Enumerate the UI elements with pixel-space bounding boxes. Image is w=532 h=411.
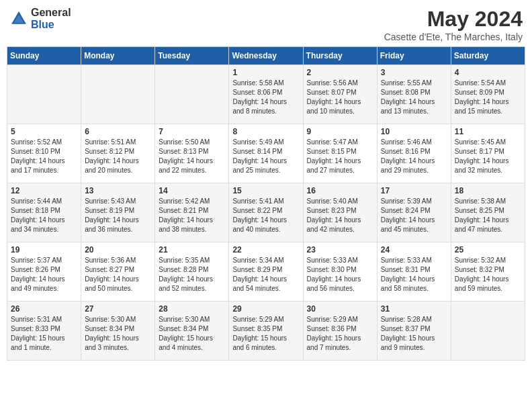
calendar-cell (155, 65, 229, 124)
weekday-header-row: SundayMondayTuesdayWednesdayThursdayFrid… (7, 47, 525, 65)
day-number: 6 (85, 127, 151, 136)
calendar-cell: 31Sunrise: 5:28 AM Sunset: 8:37 PM Dayli… (377, 302, 451, 361)
weekday-header-monday: Monday (81, 47, 155, 65)
logo-blue-text: Blue (31, 19, 71, 31)
day-number: 11 (455, 127, 521, 136)
day-info: Sunrise: 5:30 AM Sunset: 8:34 PM Dayligh… (85, 315, 151, 353)
calendar-cell: 10Sunrise: 5:46 AM Sunset: 8:16 PM Dayli… (377, 124, 451, 183)
day-number: 22 (232, 245, 299, 255)
calendar-cell (7, 65, 81, 124)
day-info: Sunrise: 5:37 AM Sunset: 8:26 PM Dayligh… (11, 256, 77, 293)
calendar-cell: 30Sunrise: 5:29 AM Sunset: 8:36 PM Dayli… (303, 302, 377, 361)
day-info: Sunrise: 5:38 AM Sunset: 8:25 PM Dayligh… (455, 197, 521, 234)
day-info: Sunrise: 5:47 AM Sunset: 8:15 PM Dayligh… (307, 138, 373, 175)
day-number: 19 (11, 245, 77, 255)
calendar-cell: 23Sunrise: 5:33 AM Sunset: 8:30 PM Dayli… (303, 242, 377, 302)
calendar-cell: 19Sunrise: 5:37 AM Sunset: 8:26 PM Dayli… (7, 242, 81, 302)
calendar-cell: 2Sunrise: 5:56 AM Sunset: 8:07 PM Daylig… (303, 65, 377, 124)
day-info: Sunrise: 5:35 AM Sunset: 8:28 PM Dayligh… (159, 256, 225, 293)
day-number: 1 (232, 68, 299, 77)
calendar-cell: 4Sunrise: 5:54 AM Sunset: 8:09 PM Daylig… (451, 65, 525, 124)
calendar-cell: 8Sunrise: 5:49 AM Sunset: 8:14 PM Daylig… (229, 124, 303, 183)
day-number: 10 (381, 127, 447, 136)
calendar-cell: 3Sunrise: 5:55 AM Sunset: 8:08 PM Daylig… (377, 65, 451, 124)
day-number: 26 (11, 304, 77, 314)
day-number: 15 (232, 186, 299, 195)
calendar-cell: 20Sunrise: 5:36 AM Sunset: 8:27 PM Dayli… (81, 242, 155, 302)
day-number: 12 (11, 186, 77, 195)
calendar-cell (81, 65, 155, 124)
calendar-cell: 29Sunrise: 5:29 AM Sunset: 8:35 PM Dayli… (229, 302, 303, 361)
logo-general-text: General (31, 7, 71, 19)
calendar-cell: 11Sunrise: 5:45 AM Sunset: 8:17 PM Dayli… (451, 124, 525, 183)
day-info: Sunrise: 5:41 AM Sunset: 8:22 PM Dayligh… (232, 197, 299, 234)
day-number: 7 (159, 127, 225, 136)
calendar-title: May 2024 (384, 7, 523, 32)
weekday-header-sunday: Sunday (7, 47, 81, 65)
day-number: 23 (307, 245, 373, 255)
day-info: Sunrise: 5:36 AM Sunset: 8:27 PM Dayligh… (85, 256, 151, 293)
day-info: Sunrise: 5:45 AM Sunset: 8:17 PM Dayligh… (455, 138, 521, 175)
day-info: Sunrise: 5:29 AM Sunset: 8:35 PM Dayligh… (232, 315, 299, 353)
day-number: 13 (85, 186, 151, 195)
weekday-header-saturday: Saturday (451, 47, 525, 65)
day-info: Sunrise: 5:33 AM Sunset: 8:30 PM Dayligh… (307, 256, 373, 293)
title-block: May 2024 Casette d'Ete, The Marches, Ita… (384, 7, 523, 42)
day-info: Sunrise: 5:32 AM Sunset: 8:32 PM Dayligh… (455, 256, 521, 293)
day-info: Sunrise: 5:54 AM Sunset: 8:09 PM Dayligh… (455, 79, 521, 116)
day-number: 21 (159, 245, 225, 255)
day-info: Sunrise: 5:55 AM Sunset: 8:08 PM Dayligh… (381, 79, 447, 116)
calendar-cell: 25Sunrise: 5:32 AM Sunset: 8:32 PM Dayli… (451, 242, 525, 302)
day-info: Sunrise: 5:49 AM Sunset: 8:14 PM Dayligh… (232, 138, 299, 175)
day-number: 30 (307, 304, 373, 314)
weekday-header-friday: Friday (377, 47, 451, 65)
day-number: 8 (232, 127, 299, 136)
weekday-header-wednesday: Wednesday (229, 47, 303, 65)
calendar-cell: 12Sunrise: 5:44 AM Sunset: 8:18 PM Dayli… (7, 183, 81, 242)
weekday-header-tuesday: Tuesday (155, 47, 229, 65)
day-info: Sunrise: 5:44 AM Sunset: 8:18 PM Dayligh… (11, 197, 77, 234)
day-number: 5 (11, 127, 77, 136)
logo-icon (9, 9, 28, 28)
day-number: 4 (455, 68, 521, 77)
day-number: 25 (455, 245, 521, 255)
day-info: Sunrise: 5:39 AM Sunset: 8:24 PM Dayligh… (381, 197, 447, 234)
calendar-cell: 21Sunrise: 5:35 AM Sunset: 8:28 PM Dayli… (155, 242, 229, 302)
calendar-cell: 5Sunrise: 5:52 AM Sunset: 8:10 PM Daylig… (7, 124, 81, 183)
day-number: 18 (455, 186, 521, 195)
day-number: 2 (307, 68, 373, 77)
calendar-header: General Blue May 2024 Casette d'Ete, The… (7, 7, 525, 42)
calendar-table: SundayMondayTuesdayWednesdayThursdayFrid… (7, 46, 525, 361)
day-info: Sunrise: 5:40 AM Sunset: 8:23 PM Dayligh… (307, 197, 373, 234)
calendar-cell: 1Sunrise: 5:58 AM Sunset: 8:06 PM Daylig… (229, 65, 303, 124)
calendar-cell: 13Sunrise: 5:43 AM Sunset: 8:19 PM Dayli… (81, 183, 155, 242)
day-info: Sunrise: 5:31 AM Sunset: 8:33 PM Dayligh… (11, 315, 77, 353)
week-row-2: 5Sunrise: 5:52 AM Sunset: 8:10 PM Daylig… (7, 124, 525, 183)
calendar-cell: 6Sunrise: 5:51 AM Sunset: 8:12 PM Daylig… (81, 124, 155, 183)
calendar-cell: 28Sunrise: 5:30 AM Sunset: 8:34 PM Dayli… (155, 302, 229, 361)
calendar-cell: 26Sunrise: 5:31 AM Sunset: 8:33 PM Dayli… (7, 302, 81, 361)
day-info: Sunrise: 5:56 AM Sunset: 8:07 PM Dayligh… (307, 79, 373, 116)
week-row-5: 26Sunrise: 5:31 AM Sunset: 8:33 PM Dayli… (7, 302, 525, 361)
day-info: Sunrise: 5:46 AM Sunset: 8:16 PM Dayligh… (381, 138, 447, 175)
day-info: Sunrise: 5:28 AM Sunset: 8:37 PM Dayligh… (381, 315, 447, 353)
weekday-header-thursday: Thursday (303, 47, 377, 65)
day-info: Sunrise: 5:30 AM Sunset: 8:34 PM Dayligh… (159, 315, 225, 353)
calendar-cell: 16Sunrise: 5:40 AM Sunset: 8:23 PM Dayli… (303, 183, 377, 242)
calendar-subtitle: Casette d'Ete, The Marches, Italy (384, 32, 523, 42)
day-info: Sunrise: 5:34 AM Sunset: 8:29 PM Dayligh… (232, 256, 299, 293)
calendar-cell: 27Sunrise: 5:30 AM Sunset: 8:34 PM Dayli… (81, 302, 155, 361)
day-number: 14 (159, 186, 225, 195)
day-info: Sunrise: 5:52 AM Sunset: 8:10 PM Dayligh… (11, 138, 77, 175)
day-number: 16 (307, 186, 373, 195)
day-info: Sunrise: 5:50 AM Sunset: 8:13 PM Dayligh… (159, 138, 225, 175)
day-number: 28 (159, 304, 225, 314)
day-number: 17 (381, 186, 447, 195)
calendar-cell: 7Sunrise: 5:50 AM Sunset: 8:13 PM Daylig… (155, 124, 229, 183)
calendar-cell: 15Sunrise: 5:41 AM Sunset: 8:22 PM Dayli… (229, 183, 303, 242)
day-info: Sunrise: 5:29 AM Sunset: 8:36 PM Dayligh… (307, 315, 373, 353)
day-number: 3 (381, 68, 447, 77)
day-number: 24 (381, 245, 447, 255)
calendar-cell (451, 302, 525, 361)
day-number: 31 (381, 304, 447, 314)
